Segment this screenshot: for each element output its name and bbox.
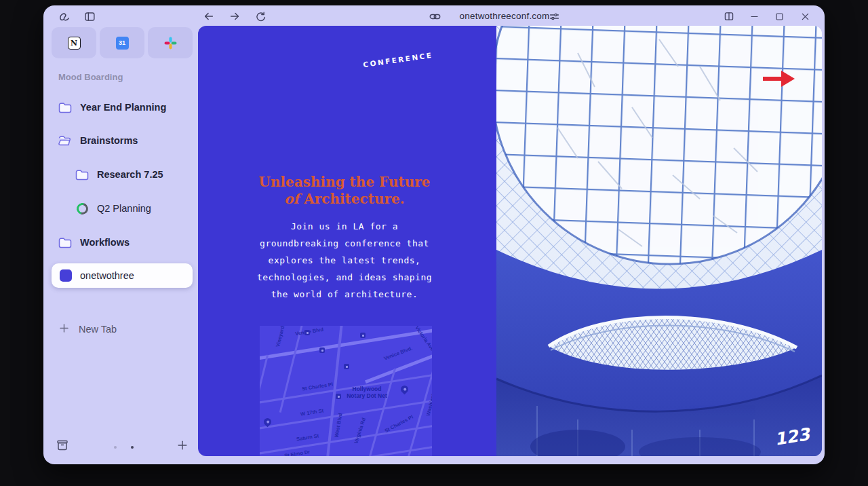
conference-badge: CONFERENCE (363, 51, 433, 69)
sidebar-item-q2-planning[interactable]: Q2 Planning (52, 200, 193, 217)
maximize-icon[interactable] (772, 9, 787, 24)
sidebar-item-brainstorms[interactable]: Brainstorms (52, 132, 193, 149)
onetwothree-favicon (60, 269, 72, 282)
folder-icon (58, 102, 72, 113)
sidebar-item-label: Research 7.25 (97, 169, 163, 180)
fulton-skylight-illustration (496, 26, 822, 456)
google-calendar-icon: 31 (116, 37, 129, 50)
map-pin-icon (399, 384, 410, 395)
street-label: Vineyard Ave (275, 326, 288, 348)
poi-label: HollywoodNotary Dot Net (340, 386, 394, 399)
folder-open-icon (58, 135, 72, 147)
split-view-icon[interactable] (722, 9, 736, 24)
tab-label: onetwothree (80, 270, 134, 281)
plus-icon (58, 322, 70, 336)
transit-stop-icon (304, 330, 310, 335)
address-bar[interactable]: onetwothreeconf.com (447, 11, 562, 21)
street-label: W 17th St (300, 407, 324, 417)
location-map[interactable]: Venice Blvd Venice Blvd. Victoria Ave Vi… (260, 326, 432, 456)
app-tile-google-calendar[interactable]: 31 (100, 27, 144, 58)
add-space-icon[interactable] (176, 439, 189, 454)
notion-icon: N (68, 37, 81, 50)
hero-heading: Unleashing the Future of Architecture. (198, 174, 491, 208)
sidebar-item-research-725[interactable]: Research 7.25 (52, 166, 193, 183)
close-icon[interactable] (797, 9, 812, 24)
app-tile-slack[interactable] (148, 27, 193, 58)
transit-stop-icon (319, 348, 325, 353)
refresh-icon[interactable] (253, 9, 268, 24)
web-page-content: CONFERENCE Unleashing the Future of Arch… (198, 26, 822, 456)
sidebar-item-label: Year End Planning (80, 102, 166, 113)
sidebar-item-workflows[interactable]: Workflows (52, 233, 193, 251)
link-icon[interactable] (427, 9, 442, 24)
forward-icon[interactable] (227, 9, 242, 24)
space-dot-1[interactable] (114, 446, 117, 449)
tune-icon[interactable] (547, 9, 561, 24)
archive-icon[interactable] (56, 438, 69, 455)
minimize-icon[interactable] (747, 9, 762, 24)
sidebar-item-label: Brainstorms (80, 135, 138, 146)
app-tile-notion[interactable]: N (52, 27, 96, 58)
road (260, 355, 269, 456)
street-label: Virginia Rd (353, 417, 367, 444)
sidebar: N 31 Mood Boarding Year End Planning Br (52, 5, 193, 464)
back-icon[interactable] (201, 9, 216, 24)
architecture-photo: 123 (496, 26, 822, 456)
sidebar-section-label: Mood Boarding (58, 72, 123, 82)
new-tab-label: New Tab (79, 324, 117, 335)
transit-stop-icon (344, 364, 349, 369)
road (260, 326, 432, 362)
transit-stop-icon (336, 394, 341, 399)
slack-icon (164, 37, 177, 50)
sidebar-tab-onetwothree-selected[interactable]: onetwothree (52, 263, 193, 288)
sidebar-item-year-end-planning[interactable]: Year End Planning (52, 98, 193, 116)
sidebar-bottom-bar (52, 438, 193, 455)
folder-icon (58, 237, 72, 248)
road (260, 397, 432, 430)
hero-panel: CONFERENCE Unleashing the Future of Arch… (198, 26, 496, 456)
street-label: Saturn St (296, 432, 319, 442)
sidebar-item-label: Workflows (80, 237, 130, 248)
sidebar-item-label: Q2 Planning (97, 203, 151, 214)
c-logo-favicon (75, 203, 89, 214)
space-dot-2[interactable] (131, 446, 134, 449)
folder-icon (75, 169, 89, 181)
hero-paragraph: Join us in LA for a groundbreaking confe… (198, 218, 491, 303)
transit-stop-icon (360, 333, 366, 338)
new-tab-button[interactable]: New Tab (52, 320, 193, 338)
street-label: Venice Blvd. (383, 345, 413, 361)
browser-window: onetwothreeconf.com N 31 (43, 5, 825, 464)
